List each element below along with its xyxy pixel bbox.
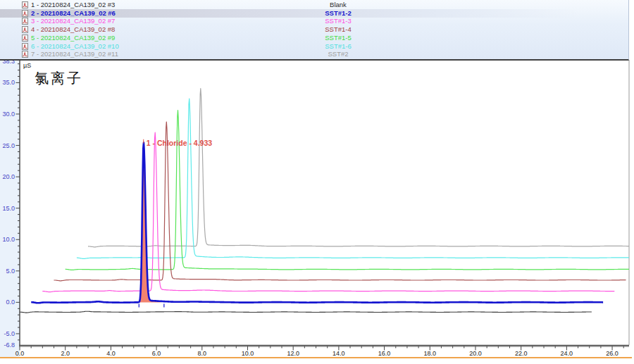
injection-name-label: 1 - 20210824_CA139_02 #3 (31, 1, 115, 9)
x-tick-label: 10.0 (242, 350, 254, 357)
trace-Blank[interactable] (20, 311, 592, 313)
y-tick-label: 25.0 (2, 142, 15, 149)
y-tick-label: 0.0 (6, 299, 15, 306)
x-tick-label: 20.0 (469, 350, 482, 357)
trace-SST#1-6[interactable] (77, 99, 634, 258)
injection-name-label: 5 - 20210824_CA139_02 #9 (31, 34, 115, 42)
injection-name-label: 4 - 20210824_CA139_02 #8 (31, 25, 115, 34)
chromatogram-file-icon (22, 51, 28, 58)
x-tick-label: 0.0 (15, 350, 25, 357)
legend-row-injection[interactable]: 7 - 20210824_CA139_02 #11SST#2 (0, 50, 628, 58)
sample-name-label: SST#1-6 (273, 42, 403, 51)
trace-SST#1-3[interactable] (42, 132, 614, 292)
injection-name-label: 3 - 20210824_CA139_02 #7 (31, 17, 115, 25)
traces-group (20, 89, 634, 313)
injection-name-label: 2 - 20210824_CA139_02 #6 (31, 9, 116, 18)
chromatogram-file-icon (22, 43, 28, 50)
x-tick-label: 16.0 (378, 350, 391, 357)
x-tick-label: 24.0 (561, 350, 573, 357)
sample-name-label: SST#1-2 (273, 9, 403, 18)
chromatogram-file-icon (22, 10, 28, 17)
y-tick-label: 10.0 (2, 236, 15, 243)
trace-SST#2[interactable] (88, 89, 634, 247)
x-tick-label: 26.0 (606, 350, 619, 357)
x-tick-label: 12.0 (287, 350, 299, 357)
y-tick-label: 5.0 (6, 268, 15, 275)
legend-row-injection[interactable]: 4 - 20210824_CA139_02 #8SST#1-4 (0, 25, 628, 34)
y-min-label: -6.8 (4, 341, 15, 349)
legend-row-injection[interactable]: 5 - 20210824_CA139_02 #9SST#1-5 (0, 34, 628, 42)
x-tick-label: 22.0 (515, 350, 528, 357)
x-tick-label: 4.0 (106, 350, 116, 357)
legend-row-injection[interactable]: 2 - 20210824_CA139_02 #6SST#1-2 (0, 9, 628, 18)
sample-name-label: Blank (273, 1, 403, 9)
y-tick-label: 20.0 (2, 173, 15, 180)
legend-row-injection[interactable]: 6 - 20210824_CA139_02 #10SST#1-6 (0, 42, 628, 51)
injection-name-label: 6 - 20210824_CA139_02 #10 (31, 42, 119, 51)
sample-name-label: SST#2 (273, 50, 403, 58)
sample-name-label: SST#1-3 (273, 17, 403, 25)
chromatogram-window: 1 - 20210824_CA139_02 #3Blank2 - 2021082… (0, 0, 634, 364)
y-tick-label: 35.0 (2, 79, 15, 86)
plot-title: 氯离子 (35, 69, 83, 88)
trace-SST#1-2[interactable] (31, 143, 603, 303)
chromatogram-file-icon (22, 1, 28, 8)
chromatogram-file-icon (22, 18, 28, 25)
y-tick-label: 30.0 (2, 111, 15, 118)
y-tick-label: 15.0 (2, 205, 15, 212)
legend-row-injection[interactable]: 3 - 20210824_CA139_02 #7SST#1-3 (0, 17, 628, 25)
y-unit-label: µS (23, 62, 31, 69)
sample-name-label: SST#1-4 (273, 25, 403, 34)
x-tick-label: 2.0 (61, 350, 70, 357)
x-tick-label: 8.0 (198, 350, 207, 357)
chromatogram-file-icon (22, 26, 28, 33)
y-tick-label: -5.0 (4, 330, 15, 337)
trace-SST#1-4[interactable] (54, 122, 626, 281)
legend-row-injection[interactable]: 1 - 20210824_CA139_02 #3Blank (0, 1, 628, 9)
peak-annotation-label: 1 - Chloride - 4.933 (147, 139, 213, 147)
sample-name-label: SST#1-5 (273, 34, 403, 42)
bottom-ruler-line (0, 357, 632, 358)
x-tick-label: 18.0 (424, 350, 437, 357)
chromatogram-file-icon (22, 34, 28, 42)
x-tick-label: 6.0 (152, 350, 161, 357)
injection-name-label: 7 - 20210824_CA139_02 #11 (31, 50, 118, 58)
injection-legend-panel: 1 - 20210824_CA139_02 #3Blank2 - 2021082… (0, 0, 629, 61)
x-tick-label: 14.0 (332, 350, 345, 357)
